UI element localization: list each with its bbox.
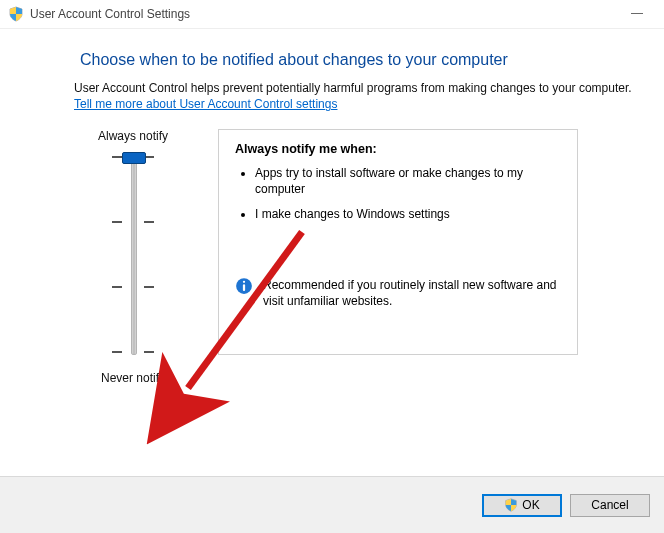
svg-rect-1	[243, 284, 245, 291]
ok-button[interactable]: OK	[482, 494, 562, 517]
window-title: User Account Control Settings	[30, 7, 190, 21]
slider-tick	[112, 286, 122, 288]
page-heading: Choose when to be notified about changes…	[80, 51, 638, 69]
slider-track-area[interactable]	[103, 151, 163, 361]
minimize-hint-icon: —	[630, 6, 644, 20]
titlebar: User Account Control Settings —	[0, 0, 664, 29]
page-description: User Account Control helps prevent poten…	[74, 81, 638, 95]
content-area: Choose when to be notified about changes…	[0, 29, 664, 385]
panel-bullet: Apps try to install software or make cha…	[255, 166, 561, 197]
panel-bullets: Apps try to install software or make cha…	[245, 166, 561, 223]
slider-tick	[144, 351, 154, 353]
slider-tick	[144, 221, 154, 223]
notification-slider: Always notify Never notify	[88, 129, 178, 385]
panel-bullet: I make changes to Windows settings	[255, 207, 561, 223]
dialog-footer: OK Cancel	[0, 476, 664, 533]
slider-tick	[112, 351, 122, 353]
slider-top-label: Always notify	[88, 129, 178, 143]
description-panel: Always notify me when: Apps try to insta…	[218, 129, 578, 355]
svg-rect-2	[243, 280, 245, 282]
slider-tick	[112, 221, 122, 223]
cancel-button-label: Cancel	[591, 498, 628, 512]
slider-bottom-label: Never notify	[88, 371, 178, 385]
shield-icon	[504, 498, 518, 512]
recommendation-text: Recommended if you routinely install new…	[263, 277, 561, 309]
cancel-button[interactable]: Cancel	[570, 494, 650, 517]
slider-track	[131, 157, 137, 355]
info-icon	[235, 277, 253, 298]
slider-thumb[interactable]	[122, 152, 146, 164]
slider-tick	[112, 156, 122, 158]
slider-tick	[144, 286, 154, 288]
shield-icon	[8, 6, 24, 22]
ok-button-label: OK	[522, 498, 539, 512]
help-link[interactable]: Tell me more about User Account Control …	[74, 97, 337, 111]
panel-title: Always notify me when:	[235, 142, 561, 156]
recommendation: Recommended if you routinely install new…	[235, 277, 561, 309]
